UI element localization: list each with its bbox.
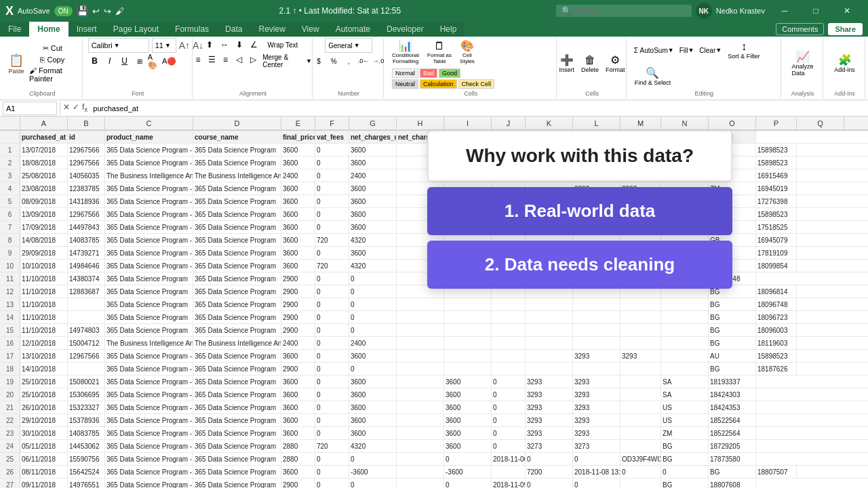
table-cell[interactable]: [444, 363, 492, 375]
table-cell[interactable]: 18096003: [756, 324, 797, 336]
table-cell[interactable]: 3600: [349, 157, 397, 169]
tab-review[interactable]: Review: [250, 22, 293, 37]
tab-automate[interactable]: Automate: [328, 22, 378, 37]
row-number[interactable]: 1: [0, 144, 20, 156]
table-cell[interactable]: 14318936: [68, 195, 105, 207]
table-cell[interactable]: 0: [349, 324, 397, 336]
table-cell[interactable]: 3600: [444, 401, 492, 413]
table-cell[interactable]: 2018-11-06 09:01:27 UTC: [492, 453, 526, 465]
table-cell[interactable]: 3600: [349, 208, 397, 220]
tab-file[interactable]: File: [0, 22, 29, 37]
table-cell[interactable]: [620, 401, 661, 413]
table-cell[interactable]: 3600: [281, 157, 315, 169]
text-angle-button[interactable]: ∠: [248, 38, 261, 52]
format-cells-button[interactable]: ⚙ Format: [603, 52, 628, 75]
table-cell[interactable]: 15378936: [68, 414, 105, 426]
col-M[interactable]: M: [620, 117, 661, 130]
table-cell[interactable]: [526, 324, 573, 336]
table-cell[interactable]: purchased_at: [20, 131, 68, 143]
table-cell[interactable]: 3600: [349, 375, 397, 388]
table-cell[interactable]: 3600: [444, 388, 492, 401]
table-cell[interactable]: 23/08/2018: [20, 182, 68, 195]
close-button[interactable]: ✕: [831, 0, 863, 22]
col-D[interactable]: D: [193, 117, 281, 130]
table-cell[interactable]: 11/10/2018: [20, 324, 68, 336]
table-cell[interactable]: 0: [315, 311, 349, 323]
table-cell[interactable]: 365 Data Science Program - M: [105, 195, 193, 207]
table-cell[interactable]: 3600: [349, 401, 397, 413]
table-cell[interactable]: net_charges_usd: [349, 131, 397, 143]
share-button[interactable]: Share: [828, 23, 863, 35]
table-cell[interactable]: 365 Data Science Program - M: [105, 144, 193, 156]
table-cell[interactable]: [492, 337, 526, 349]
increase-font-icon[interactable]: A↑: [179, 40, 190, 51]
row-number[interactable]: 27: [0, 479, 20, 488]
table-cell[interactable]: 3273: [573, 440, 620, 452]
find-select-button[interactable]: 🔍 Find & Select: [632, 65, 674, 87]
table-cell[interactable]: 3273: [526, 440, 573, 452]
table-cell[interactable]: 365 Data Science Program - M: [105, 350, 193, 362]
table-cell[interactable]: 2900: [281, 272, 315, 285]
table-cell[interactable]: [620, 298, 661, 310]
row-number[interactable]: 3: [0, 169, 20, 182]
table-cell[interactable]: 3600: [281, 221, 315, 233]
table-cell[interactable]: 14984646: [68, 260, 105, 272]
table-cell[interactable]: 365 Data Science Program - M: [105, 157, 193, 169]
percent-button[interactable]: %: [327, 54, 340, 68]
table-cell[interactable]: 15642524: [68, 466, 105, 478]
table-cell[interactable]: US: [661, 401, 709, 413]
insert-function-icon[interactable]: fx: [82, 102, 87, 113]
table-cell[interactable]: [661, 324, 709, 336]
comments-button[interactable]: Comments: [776, 23, 824, 35]
table-cell[interactable]: 0: [349, 285, 397, 298]
table-cell[interactable]: 3293: [573, 350, 620, 362]
col-N[interactable]: N: [661, 117, 709, 130]
table-cell[interactable]: 15590756: [68, 453, 105, 465]
table-cell[interactable]: [397, 350, 444, 362]
table-cell[interactable]: 3600: [349, 221, 397, 233]
table-cell[interactable]: SA: [661, 375, 709, 388]
table-cell[interactable]: BG: [709, 311, 756, 323]
table-cell[interactable]: 14056035: [68, 169, 105, 182]
table-cell[interactable]: 0: [315, 247, 349, 259]
table-cell[interactable]: The Business Intelligence Analyst Track: [193, 337, 281, 349]
table-cell[interactable]: 3600: [444, 414, 492, 426]
row-number[interactable]: 25: [0, 453, 20, 465]
table-cell[interactable]: 365 Data Science Program: [105, 324, 193, 336]
font-color-button[interactable]: A🔴: [163, 54, 176, 68]
table-cell[interactable]: 365 Data Science Program: [193, 401, 281, 413]
fill-dropdown-icon[interactable]: ▼: [688, 47, 694, 54]
col-K[interactable]: K: [526, 117, 573, 130]
col-P[interactable]: P: [756, 117, 797, 130]
table-cell[interactable]: 365 Data Science Program: [193, 440, 281, 452]
row-number[interactable]: 15: [0, 324, 20, 336]
format-painter-button[interactable]: 🖌 Format Painter: [27, 66, 78, 83]
row-number[interactable]: 9: [0, 247, 20, 259]
table-cell[interactable]: [397, 414, 444, 426]
table-cell[interactable]: 0: [573, 453, 620, 465]
col-B[interactable]: B: [68, 117, 105, 130]
font-size-dropdown-icon[interactable]: ▼: [165, 42, 171, 49]
table-cell[interactable]: BG: [709, 466, 756, 478]
table-cell[interactable]: 365 Data Science Program: [193, 414, 281, 426]
table-cell[interactable]: 0: [315, 221, 349, 233]
table-cell[interactable]: AU: [709, 350, 756, 362]
font-size-selector[interactable]: 11 ▼: [152, 38, 176, 53]
paste-button[interactable]: 📋 Paste: [7, 52, 26, 76]
table-cell[interactable]: 18522564: [709, 414, 756, 426]
table-cell[interactable]: 0: [315, 363, 349, 375]
table-cell[interactable]: 25/10/2018: [20, 375, 68, 388]
table-cell[interactable]: 0: [315, 285, 349, 298]
table-cell[interactable]: course_name: [193, 131, 281, 143]
table-cell[interactable]: 17819109: [756, 247, 797, 259]
table-cell[interactable]: 2400: [349, 337, 397, 349]
table-cell[interactable]: 3600: [281, 260, 315, 272]
table-cell[interactable]: 17873580: [709, 453, 756, 465]
table-cell[interactable]: 18096748: [756, 298, 797, 310]
table-cell[interactable]: 0: [492, 414, 526, 426]
table-cell[interactable]: 29/09/2018: [20, 247, 68, 259]
table-cell[interactable]: 720: [315, 260, 349, 272]
clear-dropdown-icon[interactable]: ▼: [715, 47, 722, 54]
table-cell[interactable]: 3600: [281, 144, 315, 156]
table-cell[interactable]: [526, 311, 573, 323]
